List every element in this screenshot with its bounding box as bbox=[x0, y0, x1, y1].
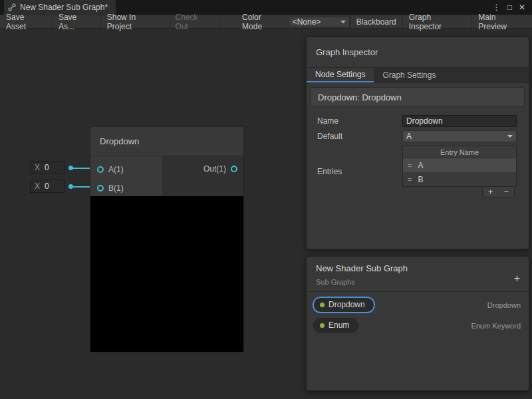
node-header[interactable]: Dropdown bbox=[90, 126, 244, 156]
node-preview bbox=[90, 196, 244, 352]
entries-list-header: Entry Name bbox=[403, 146, 516, 158]
entries-list: Entry Name = A = B bbox=[402, 146, 517, 187]
blackboard-item-enum-label: Enum bbox=[329, 321, 349, 330]
graph-inspector-panel: Graph Inspector Node Settings Graph Sett… bbox=[306, 37, 529, 249]
name-field-row: Name Dropdown bbox=[317, 115, 517, 127]
entry-row-b-text: B bbox=[418, 175, 423, 184]
graph-toolbar: Save Asset Save As... Show In Project Ch… bbox=[0, 15, 532, 29]
add-entry-button[interactable]: + bbox=[488, 188, 493, 197]
blackboard-panel: New Shader Sub Graph Sub Graphs + Dropdo… bbox=[306, 256, 529, 391]
entries-list-control: Entry Name = A = B + − bbox=[402, 146, 517, 198]
toolbar-right-group: Blackboard Graph Inspector Main Preview bbox=[350, 15, 532, 28]
entries-field-row: Entries Entry Name = A = B + − bbox=[317, 146, 517, 198]
maximize-icon[interactable]: □ bbox=[507, 3, 512, 12]
blackboard-item-dropdown-type: Dropdown bbox=[487, 301, 521, 309]
name-input-value: Dropdown bbox=[406, 116, 443, 126]
node-title: Dropdown bbox=[100, 136, 139, 146]
close-icon[interactable]: ✕ bbox=[519, 3, 525, 12]
check-out-button[interactable]: Check Out bbox=[170, 15, 220, 28]
blackboard-row-enum: Enum Enum Keyword bbox=[313, 318, 521, 333]
x-field-b-label: X bbox=[31, 182, 45, 191]
blackboard-item-enum[interactable]: Enum bbox=[313, 318, 358, 333]
name-field-label: Name bbox=[317, 116, 402, 126]
entry-row-a-text: A bbox=[418, 161, 423, 170]
default-field-row: Default A bbox=[317, 130, 517, 142]
color-mode-label: Color Mode bbox=[238, 13, 287, 31]
inspector-title: Graph Inspector bbox=[316, 47, 378, 57]
edge-anchor-dot bbox=[68, 184, 73, 189]
x-input-field-b[interactable]: X 0 bbox=[30, 180, 65, 193]
add-property-button[interactable]: + bbox=[514, 273, 520, 285]
shader-graph-icon bbox=[8, 3, 16, 11]
main-preview-toggle-button[interactable]: Main Preview bbox=[471, 15, 532, 28]
input-row-b: B(1) bbox=[97, 182, 124, 194]
save-as-button[interactable]: Save As... bbox=[53, 15, 101, 28]
x-input-field-a[interactable]: X 0 bbox=[30, 161, 65, 174]
input-port-b-label: B(1) bbox=[108, 184, 124, 193]
show-in-project-button[interactable]: Show In Project bbox=[101, 15, 170, 28]
output-row: Out(1) bbox=[203, 163, 237, 175]
drag-handle-icon[interactable]: = bbox=[408, 176, 412, 184]
x-field-b-value[interactable]: 0 bbox=[45, 182, 49, 191]
input-row-a: A(1) bbox=[97, 164, 124, 176]
exposed-dot-icon bbox=[320, 303, 325, 307]
window-tab-label: New Shader Sub Graph* bbox=[20, 3, 108, 12]
inspector-header: Graph Inspector bbox=[307, 37, 529, 67]
blackboard-header: New Shader Sub Graph Sub Graphs + bbox=[307, 257, 529, 292]
blackboard-item-dropdown-label: Dropdown bbox=[329, 300, 365, 309]
node-settings-section-header: Dropdown: Dropdown bbox=[311, 87, 525, 107]
tab-node-settings[interactable]: Node Settings bbox=[307, 68, 374, 82]
edge-anchor-dot bbox=[68, 166, 73, 170]
blackboard-row-dropdown: Dropdown Dropdown bbox=[313, 297, 521, 313]
chevron-down-icon bbox=[340, 21, 346, 23]
section-title: Dropdown: Dropdown bbox=[318, 92, 402, 102]
menu-icon[interactable]: ⋮ bbox=[493, 3, 501, 12]
default-dropdown[interactable]: A bbox=[402, 130, 517, 142]
blackboard-item-enum-type: Enum Keyword bbox=[471, 322, 521, 330]
drag-handle-icon[interactable]: = bbox=[408, 162, 412, 170]
name-input[interactable]: Dropdown bbox=[402, 115, 517, 127]
blackboard-toggle-button[interactable]: Blackboard bbox=[350, 15, 402, 28]
tab-graph-settings[interactable]: Graph Settings bbox=[374, 68, 444, 82]
default-field-label: Default bbox=[317, 132, 402, 141]
node-body: A(1) B(1) Out(1) bbox=[90, 156, 244, 196]
chevron-down-icon bbox=[507, 135, 513, 138]
output-port-icon[interactable] bbox=[231, 166, 237, 172]
color-mode-dropdown[interactable]: <None> bbox=[289, 17, 350, 27]
x-field-a-value[interactable]: 0 bbox=[45, 163, 49, 172]
default-dropdown-value: A bbox=[406, 132, 412, 141]
save-asset-button[interactable]: Save Asset bbox=[0, 15, 53, 28]
entries-field-label: Entries bbox=[317, 167, 402, 176]
graph-inspector-toggle-button[interactable]: Graph Inspector bbox=[402, 15, 472, 28]
blackboard-item-dropdown[interactable]: Dropdown bbox=[313, 297, 374, 313]
remove-entry-button[interactable]: − bbox=[503, 188, 509, 197]
x-field-a-label: X bbox=[31, 163, 45, 172]
color-mode-group: Color Mode <None> bbox=[238, 15, 350, 28]
color-mode-value: <None> bbox=[293, 17, 321, 27]
blackboard-subtitle: Sub Graphs bbox=[316, 278, 519, 286]
entry-row-a[interactable]: = A bbox=[403, 158, 516, 172]
input-port-a-label: A(1) bbox=[108, 165, 124, 174]
input-port-a-icon[interactable] bbox=[97, 166, 104, 173]
entries-list-footer: + − bbox=[402, 187, 517, 198]
output-port-label: Out(1) bbox=[203, 164, 226, 174]
input-port-b-icon[interactable] bbox=[97, 185, 104, 192]
dropdown-node[interactable]: Dropdown A(1) B(1) Out(1) bbox=[90, 126, 244, 352]
blackboard-title: New Shader Sub Graph bbox=[316, 263, 519, 273]
entry-row-b[interactable]: = B bbox=[403, 172, 516, 186]
exposed-dot-icon bbox=[320, 323, 325, 328]
inspector-tabbar: Node Settings Graph Settings bbox=[307, 67, 529, 83]
